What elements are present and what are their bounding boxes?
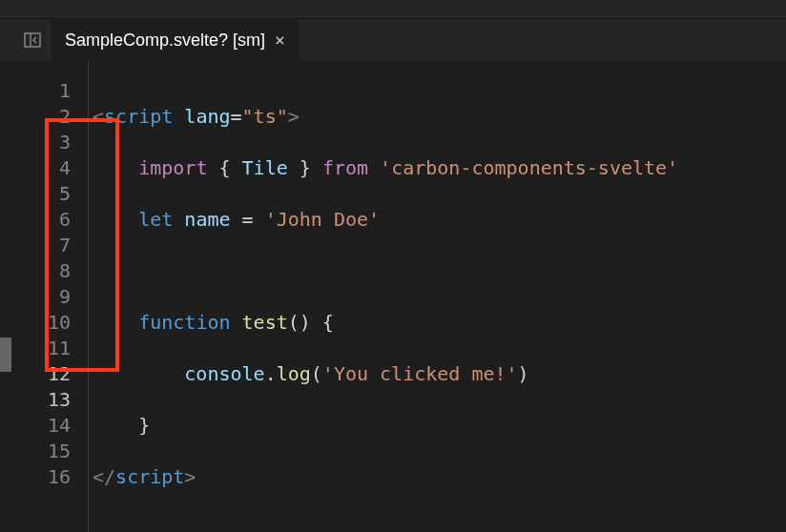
line-number[interactable]: 15 [21,439,88,464]
tab-label: SampleComp.svelte? [sm] [65,31,265,51]
overview-marker [0,338,11,372]
tab-bar: SampleComp.svelte? [sm] × [0,19,786,61]
line-number[interactable]: 6 [21,207,88,233]
code-content[interactable]: <script lang="ts"> import { Tile } from … [88,61,786,532]
line-number[interactable]: 10 [21,310,88,336]
line-number[interactable]: 7 [21,233,88,258]
line-number[interactable]: 2 [21,104,88,130]
glyph-margin [0,61,21,532]
line-number[interactable]: 11 [21,336,88,361]
line-number[interactable]: 12 [21,361,88,387]
tab-actions [21,19,52,61]
toggle-panel-icon[interactable] [21,29,44,51]
line-number-gutter: 1 2 3 4 5 6 7 8 9 10 11 12 13 14 15 16 [21,61,88,532]
line-number[interactable]: 1 [21,78,88,104]
editor: 1 2 3 4 5 6 7 8 9 10 11 12 13 14 15 16 <… [0,61,786,532]
line-number[interactable]: 4 [21,155,88,181]
line-number[interactable]: 9 [21,284,88,310]
line-number[interactable]: 13 [21,387,88,413]
line-number[interactable]: 14 [21,413,88,439]
close-icon[interactable]: × [275,31,285,49]
line-number[interactable]: 16 [21,464,88,490]
editor-tab[interactable]: SampleComp.svelte? [sm] × [52,19,300,61]
line-number[interactable]: 5 [21,181,88,207]
line-number[interactable]: 8 [21,258,88,284]
line-number[interactable]: 3 [21,130,88,155]
top-spacer [0,0,786,19]
